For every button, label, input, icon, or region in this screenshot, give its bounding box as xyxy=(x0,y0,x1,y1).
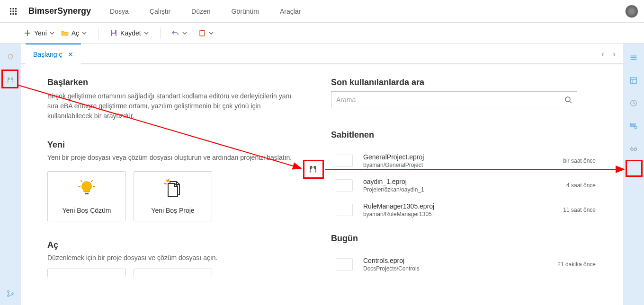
menu-file[interactable]: Dosya xyxy=(106,6,133,17)
svg-rect-22 xyxy=(631,57,637,58)
new-button-label: Yeni xyxy=(34,29,47,37)
user-avatar[interactable] xyxy=(625,5,638,18)
open-desc: Düzenlemek için bir proje dosyası ve çöz… xyxy=(47,253,293,263)
svg-rect-7 xyxy=(13,13,14,15)
getting-started-title: Başlarken xyxy=(47,78,293,87)
svg-point-20 xyxy=(565,97,570,102)
undo-button[interactable] xyxy=(169,27,190,39)
tab-close-icon[interactable]: ✕ xyxy=(68,51,73,58)
clipboard-icon xyxy=(198,29,206,37)
svg-rect-26 xyxy=(631,123,635,125)
svg-point-14 xyxy=(11,54,13,56)
recent-name: oaydin_1.eproj xyxy=(363,178,424,185)
svg-rect-24 xyxy=(631,78,637,84)
app-title: BimserSynergy xyxy=(28,6,91,16)
new-desc: Yeni bir proje dosyası veya çözüm dosyas… xyxy=(47,153,293,163)
tools-icon xyxy=(308,165,318,176)
pinned-title: Sabitlenen xyxy=(331,130,600,140)
toolbar-separator xyxy=(98,27,98,39)
properties-icon[interactable] xyxy=(629,76,638,85)
lightbulb-solution-icon xyxy=(77,179,96,200)
panel-icon[interactable] xyxy=(629,53,638,62)
clipboard-button[interactable] xyxy=(196,27,216,39)
svg-rect-23 xyxy=(631,59,637,60)
recent-path: byaman/RuleManager1305 xyxy=(363,211,434,218)
save-button[interactable]: Kaydet xyxy=(107,27,152,39)
glasses-icon[interactable] xyxy=(629,144,638,153)
lightbulb-icon[interactable] xyxy=(6,53,15,62)
project-thumb-icon xyxy=(336,155,353,167)
open-title: Aç xyxy=(47,240,293,250)
tab-start[interactable]: Başlangıç ✕ xyxy=(26,44,81,64)
search-input[interactable] xyxy=(336,96,564,104)
history-icon[interactable] xyxy=(629,98,638,108)
chevron-down-icon xyxy=(209,32,214,35)
top-menu-bar: BimserSynergy Dosya Çalıştır Düzen Görün… xyxy=(0,0,644,23)
svg-rect-3 xyxy=(10,10,11,12)
tools-icon[interactable] xyxy=(6,76,15,85)
tile-open-partial[interactable] xyxy=(47,269,126,277)
recent-name: Controls.eproj xyxy=(363,257,420,264)
search-box[interactable] xyxy=(331,91,577,108)
tile-new-solution[interactable]: Yeni Boş Çözüm xyxy=(47,171,126,221)
pinned-list: GeneralProject.eproj byaman/GeneralProje… xyxy=(331,148,600,222)
svg-rect-6 xyxy=(10,13,11,15)
chevron-down-icon xyxy=(182,32,187,35)
chevron-down-icon xyxy=(82,32,87,35)
find-icon[interactable] xyxy=(629,121,638,131)
search-recent-title: Son kullanılanlarda ara xyxy=(331,78,600,87)
tile-new-project-label: Yeni Boş Proje xyxy=(151,207,194,214)
branch-icon[interactable] xyxy=(6,289,15,298)
recent-item[interactable]: Controls.eproj DocsProjects/Controls 21 … xyxy=(331,252,600,277)
save-icon xyxy=(110,29,117,37)
open-button-label: Aç xyxy=(72,29,79,37)
new-button[interactable]: Yeni xyxy=(21,27,57,39)
svg-point-17 xyxy=(8,291,9,293)
recent-name: GeneralProject.eproj xyxy=(363,153,424,161)
tab-start-label: Başlangıç xyxy=(33,51,62,58)
search-icon xyxy=(564,96,572,104)
undo-icon xyxy=(172,29,179,37)
save-button-label: Kaydet xyxy=(120,29,141,37)
blank-rail-slot[interactable] xyxy=(629,166,638,176)
menu-tools[interactable]: Araçlar xyxy=(276,6,304,17)
open-button[interactable]: Aç xyxy=(58,27,89,39)
menu-run[interactable]: Çalıştır xyxy=(146,6,174,17)
tile-new-project[interactable]: Yeni Boş Proje xyxy=(134,171,212,221)
apps-launcher-icon[interactable] xyxy=(6,4,21,19)
chevron-down-icon xyxy=(50,32,54,35)
toolbar-separator xyxy=(160,27,161,39)
recent-time: 21 dakika önce xyxy=(557,261,596,268)
tile-new-solution-label: Yeni Boş Çözüm xyxy=(63,207,111,214)
chevron-down-icon xyxy=(144,32,149,35)
recent-item[interactable]: oaydin_1.eproj Projeler/özkan/oaydin_1 4… xyxy=(331,173,600,198)
svg-point-28 xyxy=(635,126,637,129)
tab-prev-icon[interactable]: ‹ xyxy=(601,50,604,58)
recent-time: bir saat önce xyxy=(563,157,596,164)
recent-path: byaman/GeneralProject xyxy=(363,162,424,168)
new-file-icon xyxy=(163,179,182,200)
recent-time: 4 saat önce xyxy=(566,182,596,189)
today-list: Controls.eproj DocsProjects/Controls 21 … xyxy=(331,252,600,277)
svg-rect-11 xyxy=(112,34,116,36)
svg-rect-2 xyxy=(15,8,17,9)
recent-path: DocsProjects/Controls xyxy=(363,265,420,272)
menu-view[interactable]: Görünüm xyxy=(228,6,263,17)
new-title: Yeni xyxy=(47,140,293,150)
svg-rect-13 xyxy=(201,30,204,31)
recent-item[interactable]: GeneralProject.eproj byaman/GeneralProje… xyxy=(331,148,600,173)
plus-icon xyxy=(24,29,31,37)
recent-item[interactable]: RuleManager1305.eproj byaman/RuleManager… xyxy=(331,198,600,222)
menu-edit[interactable]: Düzen xyxy=(188,6,214,17)
svg-rect-21 xyxy=(631,56,637,57)
tile-open-partial[interactable] xyxy=(134,269,212,277)
svg-rect-4 xyxy=(13,10,14,12)
svg-rect-10 xyxy=(112,30,115,33)
project-thumb-icon xyxy=(336,258,353,270)
getting-started-desc: Birçok geliştirme ortamının sağladığı st… xyxy=(47,91,293,121)
tab-next-icon[interactable]: › xyxy=(613,50,616,58)
right-rail xyxy=(623,44,644,305)
recent-path: Projeler/özkan/oaydin_1 xyxy=(363,186,424,193)
svg-point-18 xyxy=(8,295,9,297)
svg-rect-5 xyxy=(15,10,17,12)
